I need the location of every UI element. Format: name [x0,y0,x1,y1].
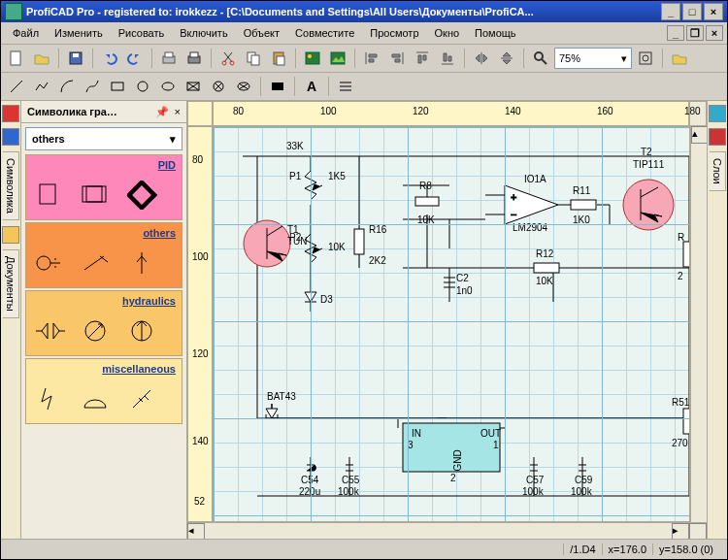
others-symbol-1[interactable] [34,248,67,278]
align-top-button[interactable] [411,47,434,70]
category-miscellaneous[interactable]: miscellaneous [25,358,182,424]
others-symbol-2[interactable] [81,248,114,278]
hydraulics-symbol-3[interactable] [127,316,160,346]
category-pid[interactable]: PID [25,154,182,220]
redo-button[interactable] [123,47,147,70]
zoom-fit-button[interactable] [634,47,657,70]
crossed-circle-tool[interactable] [207,75,230,98]
svg-rect-19 [112,82,123,90]
label-r16: R16 [369,224,386,235]
mdi-minimize-button[interactable]: _ [667,25,684,41]
align-bottom-button[interactable] [436,47,459,70]
undo-button[interactable] [98,47,121,70]
image1-button[interactable] [301,47,324,70]
pid-symbol-1[interactable] [34,181,67,210]
menu-object[interactable]: Объект [236,25,287,41]
save-button[interactable] [64,47,87,70]
close-button[interactable]: × [704,3,723,20]
hydraulics-symbol-2[interactable] [81,316,114,346]
label-100k-a: 100k [338,486,359,497]
label-pin3: 3 [408,440,414,450]
label-10k-a: 10K [417,214,435,225]
misc-symbol-2[interactable] [81,384,114,413]
crossed-rect-tool[interactable] [182,75,205,98]
mdi-close-button[interactable]: × [706,25,723,41]
label-tip111: TIP111 [633,159,664,170]
left-tab-symbols[interactable]: Символика [3,151,19,220]
linestyle-button[interactable] [334,75,357,98]
text-tool[interactable]: A [300,75,323,98]
misc-symbol-1[interactable] [34,384,67,413]
copy-button[interactable] [242,47,265,70]
zoom-value: 75% [559,52,580,64]
circle-tool[interactable] [131,75,154,98]
pid-symbol-2[interactable] [81,181,114,210]
mdi-restore-button[interactable]: ❐ [686,25,704,41]
documents-tab-icon[interactable] [2,226,19,244]
svg-point-21 [162,82,174,90]
menu-draw[interactable]: Рисовать [111,25,173,41]
hydraulics-symbol-1[interactable] [34,316,67,346]
new-button[interactable] [5,47,28,70]
drawing-canvas[interactable]: +− [213,126,690,522]
align-left-button[interactable] [360,47,383,70]
svg-rect-40 [534,263,559,273]
label-t2: T2 [641,147,652,157]
minimize-button[interactable]: _ [661,3,680,20]
rect-tool[interactable] [106,75,129,98]
scroll-left-button[interactable]: ◂ [187,523,205,539]
paste-button[interactable] [267,47,290,70]
line-tool[interactable] [5,75,28,98]
symbols-tab-icon[interactable] [2,128,19,146]
scroll-up-button[interactable]: ▴ [691,126,707,144]
scrollbar-horizontal[interactable]: ◂ ▸ [187,522,707,539]
svg-rect-12 [277,56,284,65]
props-tab-icon[interactable] [709,128,726,146]
polyline-tool[interactable] [30,75,53,98]
arc-tool[interactable] [55,75,79,98]
zoom-combo[interactable]: 75%▾ [554,48,632,69]
menu-include[interactable]: Включить [172,25,235,41]
pid-symbol-3[interactable] [127,181,160,210]
print-button[interactable] [182,47,206,70]
scroll-right-button[interactable]: ▸ [672,523,689,539]
scrollbar-vertical[interactable]: ▴ [690,126,707,522]
open-button[interactable] [30,47,53,70]
print-preview-button[interactable] [157,47,181,70]
curve-tool[interactable] [81,75,104,98]
pin-icon[interactable]: 📌 [155,106,169,118]
svg-rect-29 [86,186,102,202]
menu-view[interactable]: Просмотр [362,25,426,41]
flip-v-button[interactable] [495,47,518,70]
left-tab-documents[interactable]: Документы [3,249,19,318]
menu-window[interactable]: Окно [427,25,468,41]
cut-button[interactable] [216,47,240,70]
menu-edit[interactable]: Изменить [47,25,111,41]
ellipse-tool[interactable] [156,75,180,98]
zoom-button[interactable] [529,47,552,70]
filled-rect-tool[interactable] [266,75,289,98]
maximize-button[interactable]: □ [682,3,702,20]
vertical-ruler: 80 100 120 140 52 [187,126,213,522]
svg-text:−: − [511,209,516,220]
others-symbol-3[interactable] [127,248,160,278]
menu-help[interactable]: Помощь [467,25,524,41]
category-select[interactable]: others ▾ [25,127,182,150]
misc-symbol-3[interactable] [127,384,160,413]
label-r51: R51 [672,397,689,408]
flip-h-button[interactable] [470,47,493,70]
align-right-button[interactable] [385,47,409,70]
category-hydraulics[interactable]: hydraulics [25,290,182,356]
category-others[interactable]: others [25,222,182,288]
label-d3: D3 [320,294,333,305]
image2-button[interactable] [326,47,349,70]
layers-tab-icon[interactable] [709,105,726,122]
favorites-tab-icon[interactable] [2,105,19,122]
crossed-ellipse-tool[interactable] [232,75,255,98]
panel-close-icon[interactable]: × [175,106,181,117]
right-tab-layers[interactable]: Слои [710,151,726,191]
folder-button[interactable] [668,47,691,70]
menu-file[interactable]: Файл [5,25,47,41]
menu-align[interactable]: Совместите [287,25,362,41]
status-bar: /1.D4 x=176.0 y=158.0 (0) [1,539,727,559]
